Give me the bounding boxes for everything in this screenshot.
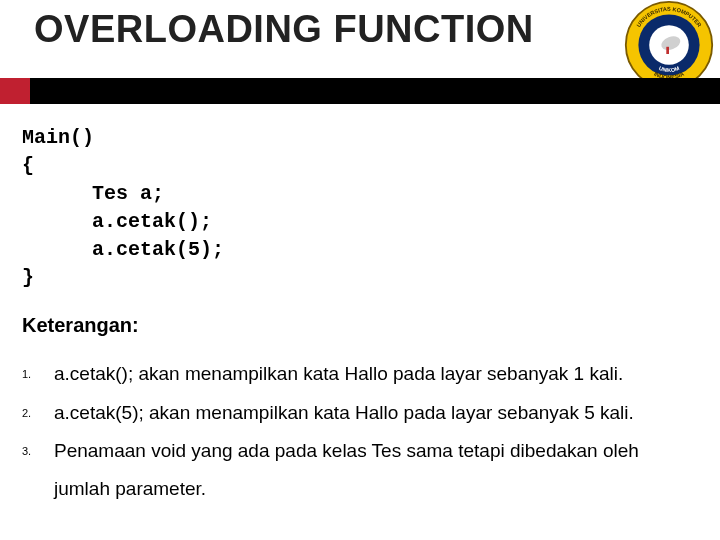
code-line: Tes a; — [22, 180, 720, 208]
code-line: } — [22, 264, 720, 292]
university-logo: UNIVERSITAS KOMPUTER INDONESIA UNIKOM — [624, 0, 714, 90]
list-number: 2. — [22, 394, 34, 433]
accent-band — [0, 78, 720, 104]
code-line: Main() — [22, 124, 720, 152]
list-item: 3. Penamaan void yang ada pada kelas Tes… — [22, 432, 698, 508]
code-line: a.cetak(); — [22, 208, 720, 236]
list-item: 1. a.cetak(); akan menampilkan kata Hall… — [22, 355, 698, 394]
page-title: OVERLOADING FUNCTION — [34, 8, 720, 51]
code-line: { — [22, 152, 720, 180]
list-text: Penamaan void yang ada pada kelas Tes sa… — [54, 432, 698, 508]
list-text: a.cetak(); akan menampilkan kata Hallo p… — [54, 355, 698, 393]
notes-list: 1. a.cetak(); akan menampilkan kata Hall… — [0, 337, 720, 508]
svg-rect-4 — [666, 47, 669, 54]
code-line: a.cetak(5); — [22, 236, 720, 264]
code-block: Main() { Tes a; a.cetak(); a.cetak(5); } — [0, 104, 720, 292]
list-item: 2. a.cetak(5); akan menampilkan kata Hal… — [22, 394, 698, 433]
list-number: 1. — [22, 355, 34, 394]
notes-heading: Keterangan: — [0, 292, 720, 337]
list-text: a.cetak(5); akan menampilkan kata Hallo … — [54, 394, 698, 432]
list-number: 3. — [22, 432, 34, 471]
